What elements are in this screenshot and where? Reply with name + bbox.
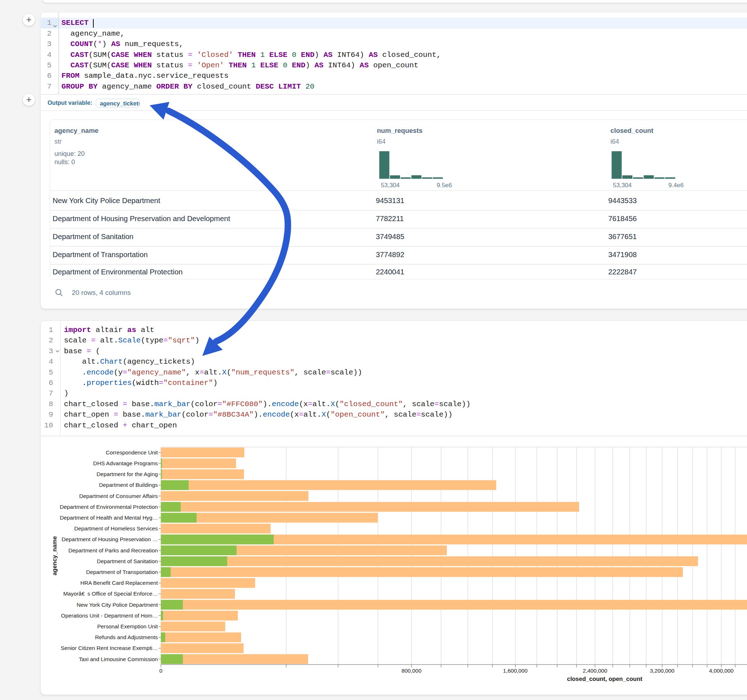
svg-text:DHS Advantage Programs: DHS Advantage Programs	[93, 460, 158, 466]
svg-text:Senior Citizen Rent Increase E: Senior Citizen Rent Increase Exempti…	[60, 645, 158, 651]
svg-text:closed_count, open_count: closed_count, open_count	[567, 676, 643, 682]
svg-text:1,600,000: 1,600,000	[503, 668, 528, 674]
svg-text:Taxi and Limousine Commission: Taxi and Limousine Commission	[79, 656, 158, 662]
svg-text:Department of Parks and Recrea: Department of Parks and Recreation	[68, 547, 158, 554]
svg-text:Department of Homeless Service: Department of Homeless Services	[74, 525, 158, 531]
svg-text:2,400,000: 2,400,000	[583, 668, 607, 674]
svg-text:Personal Exemption Unit: Personal Exemption Unit	[97, 623, 158, 629]
svg-text:Operations Unit - Department o: Operations Unit - Department of Hom…	[61, 612, 158, 619]
svg-text:0: 0	[159, 668, 163, 674]
svg-text:800,000: 800,000	[401, 668, 421, 674]
svg-text:Department of Transportation: Department of Transportation	[86, 569, 158, 575]
svg-text:Correspondence Unit: Correspondence Unit	[106, 450, 158, 456]
svg-text:Refunds and Adjustments: Refunds and Adjustments	[95, 634, 158, 640]
svg-text:Department of Consumer Affairs: Department of Consumer Affairs	[79, 493, 158, 499]
svg-text:Department of Health and Menta: Department of Health and Mental Hyg…	[60, 514, 158, 520]
svg-text:Department of Environmental Pr: Department of Environmental Protection	[60, 504, 158, 510]
svg-text:4,000,000: 4,000,000	[709, 668, 734, 674]
svg-text:Department of Housing Preserva: Department of Housing Preservation …	[62, 536, 158, 542]
svg-text:Mayorâ€ s Office of Special En: Mayorâ€ s Office of Special Enforce…	[64, 591, 158, 597]
svg-text:Department for the Aging: Department for the Aging	[97, 471, 158, 477]
svg-text:Department of Buildings: Department of Buildings	[99, 482, 158, 488]
svg-text:HRA Benefit Card Replacement: HRA Benefit Card Replacement	[80, 580, 158, 586]
svg-text:agency_name: agency_name	[51, 536, 57, 575]
svg-text:Department of Sanitation: Department of Sanitation	[97, 558, 158, 564]
svg-text:3,200,000: 3,200,000	[650, 668, 674, 674]
svg-text:New York City Police Departmen: New York City Police Department	[77, 602, 158, 608]
